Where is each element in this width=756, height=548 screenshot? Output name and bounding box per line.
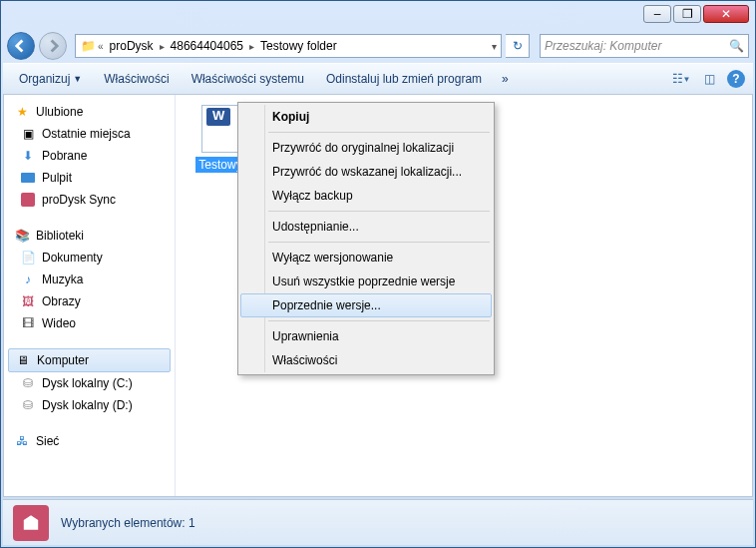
drive-icon: ⛁	[20, 375, 36, 391]
forward-button[interactable]	[39, 32, 67, 60]
chevron-down-icon: ▼	[683, 75, 691, 84]
search-placeholder: Przeszukaj: Komputer	[545, 39, 661, 53]
context-menu-item[interactable]: Przywróć do oryginalnej lokalizacji	[240, 136, 492, 160]
search-icon: 🔍	[729, 39, 744, 53]
search-input[interactable]: Przeszukaj: Komputer 🔍	[540, 34, 749, 58]
recent-icon: ▣	[20, 126, 36, 142]
chevron-right-icon: ▸	[160, 41, 165, 52]
pane-icon: ◫	[704, 72, 715, 86]
close-icon: ✕	[721, 7, 731, 21]
status-icon	[13, 505, 49, 541]
help-button[interactable]: ?	[727, 70, 745, 88]
context-menu-separator	[268, 132, 490, 133]
properties-button[interactable]: Właściwości	[96, 68, 177, 90]
context-menu-item[interactable]: Poprzednie wersje...	[240, 293, 492, 317]
status-text: Wybranych elementów: 1	[61, 516, 195, 530]
context-menu-item[interactable]: Uprawnienia	[240, 324, 492, 348]
folder-icon: 📁	[80, 38, 96, 54]
context-menu-item[interactable]: Właściwości	[240, 348, 492, 372]
drive-icon: ⛁	[20, 397, 36, 413]
view-icon: ☷	[672, 72, 683, 86]
sidebar-item-documents[interactable]: 📄Dokumenty	[4, 247, 175, 269]
back-button[interactable]	[7, 32, 35, 60]
arrow-right-icon	[46, 39, 60, 53]
preview-pane-button[interactable]: ◫	[699, 69, 719, 89]
minimize-button[interactable]: –	[643, 5, 671, 23]
sidebar-network[interactable]: 🖧Sieć	[4, 430, 175, 452]
help-icon: ?	[732, 72, 739, 86]
chevron-icon: «	[98, 41, 104, 52]
breadcrumb[interactable]: 📁 « proDysk ▸ 48664404065 ▸ Testowy fold…	[75, 34, 502, 58]
sidebar-item-prodysk[interactable]: proDysk Sync	[4, 189, 175, 211]
video-icon: 🎞	[20, 315, 36, 331]
sidebar-libraries[interactable]: 📚Biblioteki	[4, 225, 175, 247]
system-properties-button[interactable]: Właściwości systemu	[184, 68, 312, 90]
view-button[interactable]: ☷▼	[671, 69, 691, 89]
chevron-down-icon[interactable]: ▾	[492, 41, 497, 52]
breadcrumb-segment[interactable]: Testowy folder	[256, 37, 341, 55]
sidebar-item-desktop[interactable]: Pulpit	[4, 167, 175, 189]
context-menu-item[interactable]: Kopiuj	[240, 105, 492, 129]
prodysk-icon	[20, 192, 36, 208]
maximize-icon: ❐	[682, 7, 693, 21]
context-menu-item[interactable]: Udostępnianie...	[240, 215, 492, 239]
sidebar: ★Ulubione ▣Ostatnie miejsca ⬇Pobrane Pul…	[4, 95, 176, 496]
close-button[interactable]: ✕	[703, 5, 749, 23]
uninstall-button[interactable]: Odinstaluj lub zmień program	[318, 68, 490, 90]
music-icon: ♪	[20, 272, 36, 287]
sidebar-item-drive-c[interactable]: ⛁Dysk lokalny (C:)	[4, 372, 175, 394]
context-menu-item[interactable]: Wyłącz wersjonowanie	[240, 246, 492, 270]
minimize-icon: –	[654, 7, 661, 21]
context-menu-item[interactable]: Przywróć do wskazanej lokalizacji...	[240, 160, 492, 184]
chevron-down-icon: ▼	[73, 74, 82, 84]
download-icon: ⬇	[20, 148, 36, 164]
context-menu-separator	[268, 320, 490, 321]
computer-icon: 🖥	[15, 352, 31, 368]
sidebar-favorites[interactable]: ★Ulubione	[4, 101, 175, 123]
context-menu-separator	[268, 242, 490, 243]
arrow-left-icon	[14, 39, 28, 53]
organize-button[interactable]: Organizuj▼	[11, 68, 90, 90]
sidebar-computer[interactable]: 🖥Komputer	[8, 348, 171, 372]
breadcrumb-segment[interactable]: 48664404065	[167, 37, 247, 55]
image-icon: 🖼	[20, 293, 36, 309]
sidebar-item-videos[interactable]: 🎞Wideo	[4, 312, 175, 334]
sidebar-item-pictures[interactable]: 🖼Obrazy	[4, 290, 175, 312]
desktop-icon	[20, 170, 36, 186]
refresh-button[interactable]: ↻	[506, 34, 530, 58]
context-menu-item[interactable]: Usuń wszystkie poprzednie wersje	[240, 270, 492, 293]
more-button[interactable]: »	[496, 72, 515, 86]
chevron-right-icon: ▸	[249, 41, 254, 52]
maximize-button[interactable]: ❐	[673, 5, 701, 23]
document-icon: 📄	[20, 250, 36, 266]
navbar: 📁 « proDysk ▸ 48664404065 ▸ Testowy fold…	[1, 29, 755, 63]
context-menu: KopiujPrzywróć do oryginalnej lokalizacj…	[237, 102, 495, 375]
sidebar-item-recent[interactable]: ▣Ostatnie miejsca	[4, 123, 175, 145]
context-menu-item[interactable]: Wyłącz backup	[240, 184, 492, 208]
sidebar-item-downloads[interactable]: ⬇Pobrane	[4, 145, 175, 167]
toolbar: Organizuj▼ Właściwości Właściwości syste…	[3, 63, 753, 95]
context-menu-separator	[268, 211, 490, 212]
breadcrumb-segment[interactable]: proDysk	[106, 37, 158, 55]
sidebar-item-music[interactable]: ♪Muzyka	[4, 269, 175, 290]
statusbar: Wybranych elementów: 1	[3, 499, 753, 545]
library-icon: 📚	[14, 228, 30, 244]
sidebar-item-drive-d[interactable]: ⛁Dysk lokalny (D:)	[4, 394, 175, 416]
network-icon: 🖧	[14, 433, 30, 449]
refresh-icon: ↻	[513, 39, 523, 53]
star-icon: ★	[14, 104, 30, 120]
titlebar: – ❐ ✕	[1, 1, 755, 29]
